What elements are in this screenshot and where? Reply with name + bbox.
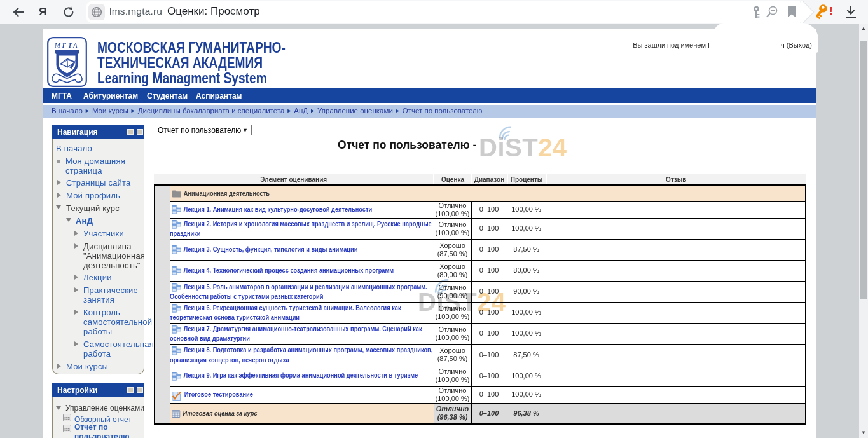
svg-text:!: ! (829, 5, 833, 17)
svg-text:МГТА: МГТА (54, 42, 79, 49)
